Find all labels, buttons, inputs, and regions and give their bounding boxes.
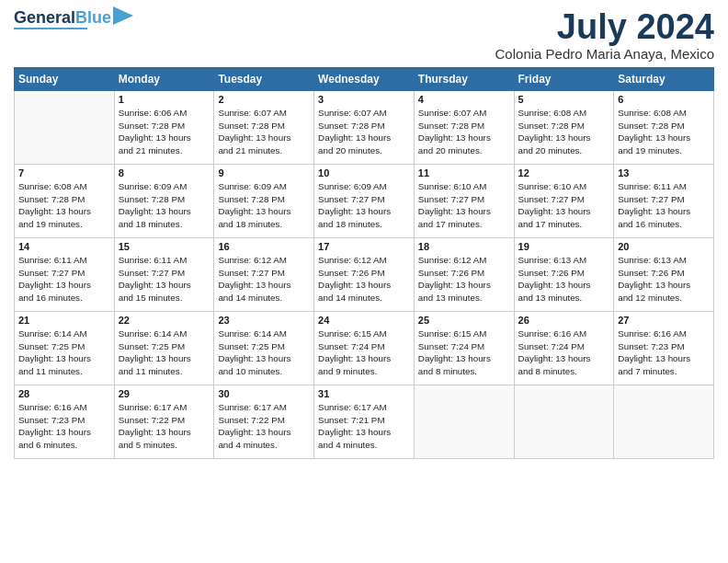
calendar-cell: 5Sunrise: 6:08 AM Sunset: 7:28 PM Daylig… <box>514 91 614 165</box>
day-detail: Sunrise: 6:17 AM Sunset: 7:22 PM Dayligh… <box>218 401 310 452</box>
calendar-cell: 29Sunrise: 6:17 AM Sunset: 7:22 PM Dayli… <box>114 385 214 459</box>
day-number: 23 <box>218 315 310 326</box>
calendar-cell: 8Sunrise: 6:09 AM Sunset: 7:28 PM Daylig… <box>114 165 214 238</box>
month-title: July 2024 <box>495 9 714 44</box>
day-number: 28 <box>18 388 110 399</box>
day-number: 7 <box>18 167 110 178</box>
calendar-cell: 28Sunrise: 6:16 AM Sunset: 7:23 PM Dayli… <box>15 385 115 459</box>
day-number: 19 <box>518 241 610 252</box>
calendar-cell: 20Sunrise: 6:13 AM Sunset: 7:26 PM Dayli… <box>614 238 714 312</box>
day-number: 21 <box>18 315 110 326</box>
calendar-cell: 27Sunrise: 6:16 AM Sunset: 7:23 PM Dayli… <box>614 312 714 385</box>
day-detail: Sunrise: 6:11 AM Sunset: 7:27 PM Dayligh… <box>18 254 110 304</box>
calendar-cell: 21Sunrise: 6:14 AM Sunset: 7:25 PM Dayli… <box>15 312 115 385</box>
day-detail: Sunrise: 6:08 AM Sunset: 7:28 PM Dayligh… <box>18 180 110 231</box>
day-header-wednesday: Wednesday <box>314 68 415 91</box>
calendar-week-5: 28Sunrise: 6:16 AM Sunset: 7:23 PM Dayli… <box>15 385 714 459</box>
day-number: 4 <box>418 94 510 105</box>
day-number: 5 <box>518 94 610 105</box>
day-number: 8 <box>119 167 210 178</box>
calendar-cell: 26Sunrise: 6:16 AM Sunset: 7:24 PM Dayli… <box>514 312 614 385</box>
day-detail: Sunrise: 6:16 AM Sunset: 7:24 PM Dayligh… <box>518 327 610 378</box>
day-number: 27 <box>618 315 710 326</box>
day-header-monday: Monday <box>114 68 214 91</box>
logo: GeneralBlue <box>14 9 133 29</box>
day-detail: Sunrise: 6:16 AM Sunset: 7:23 PM Dayligh… <box>618 327 710 378</box>
calendar-cell: 17Sunrise: 6:12 AM Sunset: 7:26 PM Dayli… <box>314 238 415 312</box>
title-block: July 2024 Colonia Pedro Maria Anaya, Mex… <box>495 9 714 62</box>
day-number: 16 <box>218 241 310 252</box>
calendar-cell: 31Sunrise: 6:17 AM Sunset: 7:21 PM Dayli… <box>314 385 415 459</box>
calendar-cell: 9Sunrise: 6:09 AM Sunset: 7:28 PM Daylig… <box>214 165 314 238</box>
calendar-table: SundayMondayTuesdayWednesdayThursdayFrid… <box>14 67 714 459</box>
day-header-thursday: Thursday <box>414 68 514 91</box>
day-detail: Sunrise: 6:13 AM Sunset: 7:26 PM Dayligh… <box>518 254 610 304</box>
day-detail: Sunrise: 6:09 AM Sunset: 7:27 PM Dayligh… <box>318 180 410 231</box>
day-detail: Sunrise: 6:11 AM Sunset: 7:27 PM Dayligh… <box>618 180 710 231</box>
day-detail: Sunrise: 6:16 AM Sunset: 7:23 PM Dayligh… <box>18 401 110 452</box>
day-detail: Sunrise: 6:12 AM Sunset: 7:27 PM Dayligh… <box>218 254 310 304</box>
day-number: 20 <box>618 241 710 252</box>
day-number: 13 <box>618 167 710 178</box>
day-detail: Sunrise: 6:07 AM Sunset: 7:28 PM Dayligh… <box>218 107 310 157</box>
day-detail: Sunrise: 6:10 AM Sunset: 7:27 PM Dayligh… <box>418 180 510 231</box>
calendar-cell: 23Sunrise: 6:14 AM Sunset: 7:25 PM Dayli… <box>214 312 314 385</box>
calendar-week-1: 1Sunrise: 6:06 AM Sunset: 7:28 PM Daylig… <box>15 91 714 165</box>
calendar-cell: 15Sunrise: 6:11 AM Sunset: 7:27 PM Dayli… <box>114 238 214 312</box>
calendar-cell: 19Sunrise: 6:13 AM Sunset: 7:26 PM Dayli… <box>514 238 614 312</box>
calendar-cell: 3Sunrise: 6:07 AM Sunset: 7:28 PM Daylig… <box>314 91 415 165</box>
calendar-cell: 30Sunrise: 6:17 AM Sunset: 7:22 PM Dayli… <box>214 385 314 459</box>
day-number: 22 <box>119 315 210 326</box>
day-number: 18 <box>418 241 510 252</box>
location-text: Colonia Pedro Maria Anaya, Mexico <box>495 46 714 62</box>
day-detail: Sunrise: 6:08 AM Sunset: 7:28 PM Dayligh… <box>618 107 710 157</box>
day-number: 3 <box>318 94 410 105</box>
day-detail: Sunrise: 6:14 AM Sunset: 7:25 PM Dayligh… <box>18 327 110 378</box>
day-detail: Sunrise: 6:17 AM Sunset: 7:22 PM Dayligh… <box>119 401 210 452</box>
day-detail: Sunrise: 6:11 AM Sunset: 7:27 PM Dayligh… <box>119 254 210 304</box>
day-detail: Sunrise: 6:12 AM Sunset: 7:26 PM Dayligh… <box>418 254 510 304</box>
calendar-week-3: 14Sunrise: 6:11 AM Sunset: 7:27 PM Dayli… <box>15 238 714 312</box>
calendar-week-4: 21Sunrise: 6:14 AM Sunset: 7:25 PM Dayli… <box>15 312 714 385</box>
day-number: 17 <box>318 241 410 252</box>
day-detail: Sunrise: 6:09 AM Sunset: 7:28 PM Dayligh… <box>218 180 310 231</box>
calendar-cell: 2Sunrise: 6:07 AM Sunset: 7:28 PM Daylig… <box>214 91 314 165</box>
day-number: 31 <box>318 388 410 399</box>
calendar-header: SundayMondayTuesdayWednesdayThursdayFrid… <box>15 68 714 91</box>
calendar-cell: 18Sunrise: 6:12 AM Sunset: 7:26 PM Dayli… <box>414 238 514 312</box>
day-number: 1 <box>119 94 210 105</box>
day-detail: Sunrise: 6:12 AM Sunset: 7:26 PM Dayligh… <box>318 254 410 304</box>
day-header-friday: Friday <box>514 68 614 91</box>
calendar-cell <box>514 385 614 459</box>
day-number: 12 <box>518 167 610 178</box>
day-detail: Sunrise: 6:08 AM Sunset: 7:28 PM Dayligh… <box>518 107 610 157</box>
calendar-week-2: 7Sunrise: 6:08 AM Sunset: 7:28 PM Daylig… <box>15 165 714 238</box>
logo-arrow-icon <box>113 6 133 25</box>
day-detail: Sunrise: 6:07 AM Sunset: 7:28 PM Dayligh… <box>318 107 410 157</box>
calendar-cell: 16Sunrise: 6:12 AM Sunset: 7:27 PM Dayli… <box>214 238 314 312</box>
day-number: 29 <box>119 388 210 399</box>
calendar-cell <box>414 385 514 459</box>
svg-marker-0 <box>113 6 133 25</box>
calendar-cell: 4Sunrise: 6:07 AM Sunset: 7:28 PM Daylig… <box>414 91 514 165</box>
calendar-cell: 11Sunrise: 6:10 AM Sunset: 7:27 PM Dayli… <box>414 165 514 238</box>
calendar-cell: 1Sunrise: 6:06 AM Sunset: 7:28 PM Daylig… <box>114 91 214 165</box>
calendar-cell: 12Sunrise: 6:10 AM Sunset: 7:27 PM Dayli… <box>514 165 614 238</box>
day-number: 2 <box>218 94 310 105</box>
header-row: SundayMondayTuesdayWednesdayThursdayFrid… <box>15 68 714 91</box>
day-detail: Sunrise: 6:14 AM Sunset: 7:25 PM Dayligh… <box>218 327 310 378</box>
day-header-tuesday: Tuesday <box>214 68 314 91</box>
day-header-sunday: Sunday <box>15 68 115 91</box>
day-detail: Sunrise: 6:07 AM Sunset: 7:28 PM Dayligh… <box>418 107 510 157</box>
day-header-saturday: Saturday <box>614 68 714 91</box>
logo-text: GeneralBlue <box>14 9 111 26</box>
day-detail: Sunrise: 6:13 AM Sunset: 7:26 PM Dayligh… <box>618 254 710 304</box>
calendar-cell: 25Sunrise: 6:15 AM Sunset: 7:24 PM Dayli… <box>414 312 514 385</box>
calendar-cell <box>614 385 714 459</box>
day-detail: Sunrise: 6:14 AM Sunset: 7:25 PM Dayligh… <box>119 327 210 378</box>
day-number: 11 <box>418 167 510 178</box>
day-detail: Sunrise: 6:15 AM Sunset: 7:24 PM Dayligh… <box>418 327 510 378</box>
day-number: 9 <box>218 167 310 178</box>
day-detail: Sunrise: 6:09 AM Sunset: 7:28 PM Dayligh… <box>119 180 210 231</box>
calendar-cell: 7Sunrise: 6:08 AM Sunset: 7:28 PM Daylig… <box>15 165 115 238</box>
